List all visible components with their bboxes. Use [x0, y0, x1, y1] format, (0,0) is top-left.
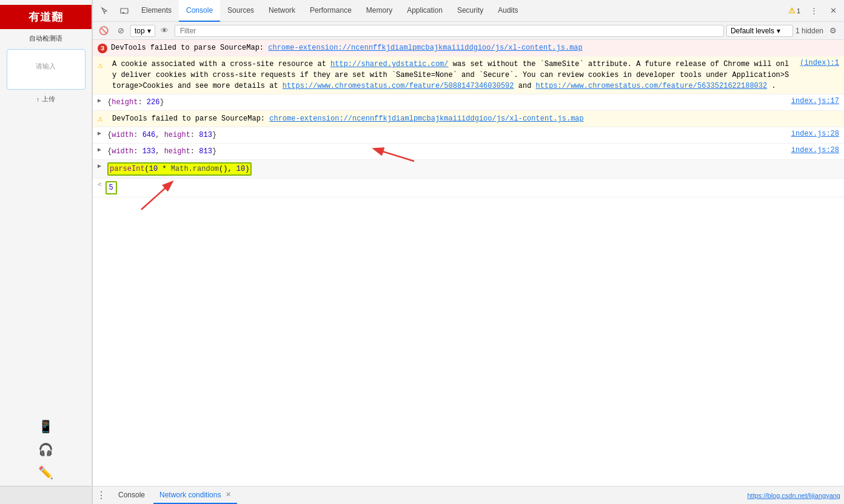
- more-icon[interactable]: ⋮: [805, 2, 822, 19]
- bottom-tab-console[interactable]: Console: [112, 487, 151, 504]
- console-source-msg6[interactable]: index.js:28: [782, 146, 839, 154]
- input-placeholder: 请输入: [36, 62, 56, 70]
- upload-label: 上传: [42, 94, 55, 104]
- tab-console[interactable]: Console: [179, 0, 220, 22]
- tab-sources[interactable]: Sources: [220, 0, 261, 22]
- tab-audits[interactable]: Audits: [491, 0, 525, 22]
- bottom-bar: ⋮ Console Network conditions ✕ https://b…: [93, 486, 844, 504]
- context-selector[interactable]: top ▾: [130, 25, 155, 37]
- bottom-network-conditions-label: Network conditions: [159, 491, 221, 499]
- console-link-msg4[interactable]: chrome-extension://ncennffkjdiamlpmcbajk…: [269, 114, 583, 123]
- warning-icon[interactable]: ⚠ 1: [786, 2, 803, 19]
- upload-button[interactable]: ↑ 上传: [36, 94, 56, 104]
- pen-icon[interactable]: ✏️: [38, 465, 53, 480]
- expand-arrow-msg5[interactable]: ▶: [98, 130, 105, 137]
- console-source-msg5[interactable]: index.js:28: [782, 130, 839, 138]
- console-text-msg4: DevTools failed to parse SourceMap: chro…: [112, 113, 839, 124]
- settings-icon[interactable]: ⚙: [826, 24, 840, 38]
- eye-icon[interactable]: 👁: [158, 24, 172, 38]
- headphone-icon[interactable]: 🎧: [38, 442, 53, 457]
- result-value: 5: [106, 181, 117, 194]
- console-text-msg6: {width: 133, height: 813}: [107, 146, 782, 157]
- console-text-msg8: 5: [106, 181, 839, 194]
- console-toolbar: 🚫 ⊘ top ▾ 👁 Default levels ▾ 1 hidden ⚙: [93, 22, 844, 40]
- parseint-code: parseInt(10 * Math.random(), 10): [107, 162, 252, 176]
- levels-select[interactable]: Default levels ▾: [726, 25, 793, 37]
- tab-security[interactable]: Security: [450, 0, 491, 22]
- close-icon[interactable]: ✕: [825, 2, 842, 19]
- console-text-msg1: DevTools failed to parse SourceMap: chro…: [111, 42, 839, 53]
- svg-rect-1: [122, 12, 124, 13]
- devtools-panel: Elements Console Sources Network Perform…: [92, 0, 844, 504]
- console-text-msg2: A cookie associated with a cross-site re…: [112, 59, 790, 91]
- console-row-msg1: 3 DevTools failed to parse SourceMap: ch…: [93, 40, 844, 56]
- console-row-msg6: ▶ {width: 133, height: 813} index.js:28: [93, 144, 844, 160]
- input-area: 请输入: [7, 49, 85, 90]
- tab-right-icons: ⚠ 1 ⋮ ✕: [786, 2, 842, 19]
- responsive-icon[interactable]: [115, 0, 134, 22]
- console-text-msg3: {height: 226}: [107, 97, 782, 108]
- upload-icon: ↑: [36, 96, 40, 103]
- console-source-msg3[interactable]: index.js:17: [782, 97, 839, 105]
- levels-chevron-icon: ▾: [777, 27, 780, 35]
- expand-arrow-msg7[interactable]: ▶: [98, 162, 105, 170]
- console-content: 3 DevTools failed to parse SourceMap: ch…: [93, 40, 844, 486]
- tab-memory[interactable]: Memory: [359, 0, 400, 22]
- console-link-msg1[interactable]: chrome-extension://ncennffkjdiamlpmcbajk…: [268, 44, 582, 52]
- chevron-down-icon: ▾: [147, 27, 151, 35]
- console-row-msg2: ⚠ A cookie associated with a cross-site …: [93, 56, 844, 94]
- levels-label: Default levels: [731, 27, 774, 35]
- warning-icon-msg2: ⚠: [98, 60, 110, 70]
- sidebar-label: 自动检测语: [29, 34, 62, 43]
- hidden-count: 1 hidden: [795, 27, 823, 35]
- logo-area: 有道翻: [0, 5, 92, 29]
- webpage-left-panel: 有道翻 自动检测语 请输入 ↑ 上传 📱 🎧 ✏️: [0, 0, 92, 504]
- bottom-tab-network-conditions[interactable]: Network conditions ✕: [153, 487, 237, 504]
- tab-application[interactable]: Application: [400, 0, 450, 22]
- console-text-msg7: parseInt(10 * Math.random(), 10): [107, 162, 839, 176]
- phone-icon[interactable]: 📱: [38, 419, 53, 434]
- cookie-link2[interactable]: https://www.chromestatus.com/feature/508…: [283, 82, 514, 90]
- error-icon-msg1: 3: [98, 44, 107, 53]
- cookie-link3[interactable]: https://www.chromestatus.com/feature/563…: [536, 82, 768, 90]
- context-value: top: [135, 27, 145, 35]
- bottom-dots[interactable]: ⋮: [96, 489, 106, 501]
- bottom-bar-left: [0, 486, 92, 504]
- block-icon[interactable]: ⊘: [113, 24, 128, 38]
- tab-elements[interactable]: Elements: [134, 0, 179, 22]
- cookie-link1[interactable]: http://shared.ydstatic.com/: [330, 60, 448, 68]
- console-row-msg4: ⚠ DevTools failed to parse SourceMap: ch…: [93, 111, 844, 127]
- console-row-msg3: ▶ {height: 226} index.js:17: [93, 94, 844, 111]
- console-row-msg5: ▶ {width: 646, height: 813} index.js:28: [93, 127, 844, 144]
- expand-arrow-msg6[interactable]: ▶: [98, 146, 105, 153]
- bottom-close-icon[interactable]: ✕: [226, 491, 231, 499]
- bottom-url[interactable]: https://blog.csdn.net/lijiangyang: [748, 492, 841, 499]
- warning-icon-msg4: ⚠: [98, 113, 110, 124]
- logo-text: 有道翻: [28, 11, 63, 23]
- result-arrow: <: [98, 181, 102, 188]
- filter-input[interactable]: [175, 25, 724, 37]
- console-source-msg2[interactable]: (index):1: [790, 59, 839, 67]
- tab-network[interactable]: Network: [261, 0, 303, 22]
- cursor-icon[interactable]: [95, 0, 115, 22]
- clear-icon[interactable]: 🚫: [96, 24, 111, 38]
- expand-arrow-msg3[interactable]: ▶: [98, 97, 105, 104]
- tab-bar: Elements Console Sources Network Perform…: [93, 0, 844, 22]
- console-row-msg8: < 5: [93, 179, 844, 197]
- tab-performance[interactable]: Performance: [303, 0, 359, 22]
- console-row-msg7: ▶ parseInt(10 * Math.random(), 10): [93, 160, 844, 179]
- console-text-msg5: {width: 646, height: 813}: [107, 130, 782, 141]
- bottom-icons: 📱 🎧 ✏️: [38, 419, 53, 480]
- bottom-console-label: Console: [118, 491, 145, 499]
- console-wrapper: 3 DevTools failed to parse SourceMap: ch…: [93, 40, 844, 504]
